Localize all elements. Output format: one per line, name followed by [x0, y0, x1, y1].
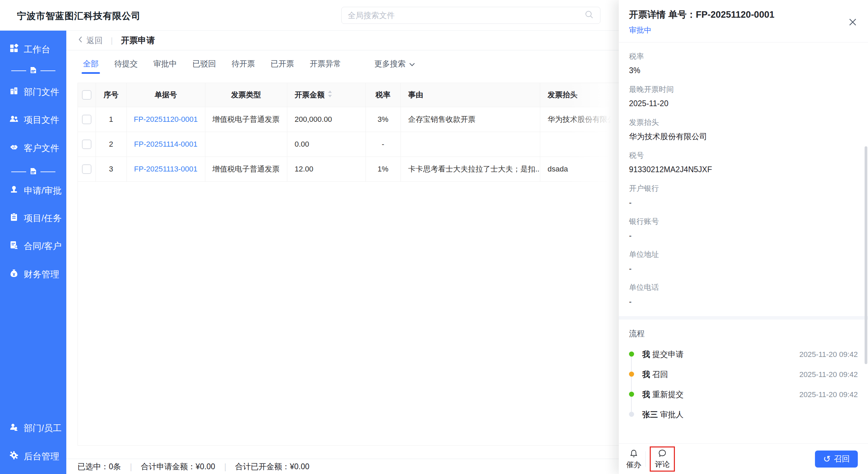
- section-divider: [619, 316, 868, 320]
- cell-amount: 200,000.00: [287, 107, 365, 132]
- breadcrumb: 返回 ｜ 开票申请: [66, 31, 619, 50]
- sidebar-item-workbench[interactable]: 工作台: [0, 39, 66, 59]
- staff-users-icon: [10, 423, 18, 434]
- contract-icon: [10, 241, 18, 252]
- timeline-step: 张三 审批人: [629, 411, 858, 431]
- panel-title: 开票详情 单号：FP-20251120-0001: [629, 9, 858, 20]
- col-header-amount[interactable]: 开票金额: [287, 83, 365, 107]
- timeline-step: 我 提交申请 2025-11-20 09:42: [629, 350, 858, 371]
- recall-button[interactable]: ↺ 召回: [815, 451, 858, 468]
- doc-no-link[interactable]: FP-20251114-0001: [134, 140, 197, 148]
- cell-invoice-title: dsada: [540, 157, 619, 181]
- company-name: 宁波市智蓝图汇科技有限公司: [17, 10, 141, 22]
- cell-no: 3: [96, 157, 126, 181]
- cell-amount: 0.00: [287, 132, 365, 157]
- sort-carets-icon[interactable]: [327, 90, 333, 100]
- search-input[interactable]: [348, 11, 584, 20]
- bell-icon: [629, 449, 638, 460]
- sidebar-item-finance[interactable]: 财务管理: [0, 264, 66, 284]
- doc-no-link[interactable]: FP-20251120-0001: [134, 115, 198, 124]
- department-files-icon: [10, 86, 18, 98]
- panel-action-bar: 催办 评论 ↺ 召回: [619, 443, 868, 474]
- panel-scrollbar[interactable]: [865, 146, 867, 364]
- field-bank-account: 银行账号 -: [629, 217, 858, 240]
- step-timestamp: 2025-11-20 09:42: [799, 391, 858, 398]
- tab-all[interactable]: 全部: [83, 59, 99, 74]
- step-status-dot: [629, 392, 634, 397]
- sidebar-item-label: 后台管理: [24, 451, 59, 462]
- sidebar-item-apply-approve[interactable]: 申请/审批: [0, 181, 66, 200]
- field-bank-name: 开户银行 -: [629, 184, 858, 207]
- filter-tabs: 全部 待提交 审批中 已驳回 待开票 已开票 开票异常 更多搜索: [66, 50, 619, 83]
- sidebar-item-project-files[interactable]: 项目文件: [0, 110, 66, 130]
- sidebar-item-label: 项目/任务: [24, 212, 62, 224]
- table-row: 3 FP-20251113-0001 增值税电子普通发票 12.00 1% 卡卡…: [78, 157, 619, 181]
- close-icon[interactable]: [848, 17, 858, 27]
- tab-to-invoice[interactable]: 待开票: [232, 59, 255, 74]
- cell-type: 增值税电子普通发票: [205, 107, 287, 132]
- col-header-doc-no[interactable]: 单据号: [126, 83, 205, 107]
- row-checkbox[interactable]: [82, 164, 91, 174]
- tab-pending-submit[interactable]: 待提交: [114, 59, 138, 74]
- panel-header: 开票详情 单号：FP-20251120-0001 审批中: [619, 0, 868, 43]
- customer-files-icon: [10, 143, 18, 154]
- sidebar-item-label: 部门/员工: [24, 422, 62, 434]
- global-search[interactable]: [341, 7, 600, 24]
- search-icon: [584, 10, 594, 21]
- row-checkbox[interactable]: [82, 115, 91, 124]
- cell-invoice-title: [540, 132, 619, 157]
- cell-type: 增值税电子普通发票: [205, 157, 287, 181]
- select-all-checkbox[interactable]: [82, 90, 91, 100]
- sidebar-item-admin[interactable]: 后台管理: [0, 446, 66, 466]
- col-header-no[interactable]: 序号: [96, 83, 126, 107]
- row-checkbox[interactable]: [82, 140, 91, 149]
- doc-no-link[interactable]: FP-20251113-0001: [134, 165, 197, 173]
- more-search-toggle[interactable]: 更多搜索: [374, 59, 415, 69]
- cell-reason: [401, 132, 540, 157]
- cell-tax: -: [365, 132, 401, 157]
- cell-no: 1: [96, 107, 126, 132]
- sidebar-item-label: 部门文件: [24, 86, 59, 98]
- table-row: 1 FP-20251120-0001 增值税电子普通发票 200,000.00 …: [78, 107, 619, 132]
- workflow-timeline: 我 提交申请 2025-11-20 09:42 我 召回 2025-11-20 …: [629, 350, 858, 431]
- tab-under-review[interactable]: 审批中: [153, 59, 177, 74]
- sidebar-item-department-files[interactable]: 部门文件: [0, 82, 66, 102]
- step-status-dot: [629, 372, 634, 377]
- action-divider: [645, 451, 646, 467]
- comment-bubble-icon: [658, 449, 667, 459]
- field-latest-invoice-date: 最晚开票时间 2025-11-20: [629, 85, 858, 108]
- timeline-step: 我 召回 2025-11-20 09:42: [629, 371, 858, 391]
- field-company-address: 单位地址 -: [629, 250, 858, 273]
- selected-count: 已选中：0条: [78, 461, 121, 472]
- task-clipboard-icon: [10, 213, 18, 224]
- comment-button-highlighted[interactable]: 评论: [650, 446, 675, 472]
- total-applied-amount: 合计申请金额：¥0.00: [141, 461, 215, 472]
- cell-tax: 1%: [365, 157, 401, 181]
- invoice-table: 序号 单据号 发票类型 开票金额 税率 事由 发票抬头: [78, 83, 619, 182]
- sidebar-item-project-task[interactable]: 项目/任务: [0, 208, 66, 228]
- sidebar-nav: 工作台 部门文件 项目文件 客户文件 申请/审批: [0, 31, 66, 474]
- urge-button[interactable]: 催办: [626, 449, 641, 469]
- recall-label: 召回: [834, 454, 850, 464]
- tab-rejected[interactable]: 已驳回: [192, 59, 216, 74]
- tab-invoiced[interactable]: 已开票: [271, 59, 294, 74]
- col-header-type[interactable]: 发票类型: [205, 83, 287, 107]
- undo-icon: ↺: [823, 455, 831, 463]
- file-doc-icon: [30, 167, 37, 176]
- total-issued-amount: 合计已开金额：¥0.00: [235, 461, 309, 472]
- workbench-grid-icon: [10, 44, 18, 55]
- sidebar-item-dept-staff[interactable]: 部门/员工: [0, 418, 66, 438]
- step-status-dot: [629, 412, 634, 417]
- chevron-down-icon: [409, 59, 415, 68]
- col-header-invoice-title[interactable]: 发票抬头: [540, 83, 619, 107]
- urge-label: 催办: [626, 461, 641, 469]
- table-header-row: 序号 单据号 发票类型 开票金额 税率 事由 发票抬头: [78, 83, 619, 107]
- cell-invoice-title: 华为技术股份有限公司: [540, 107, 619, 132]
- back-link[interactable]: 返回: [78, 35, 103, 46]
- tab-invoice-error[interactable]: 开票异常: [310, 59, 341, 74]
- col-header-reason[interactable]: 事由: [401, 83, 540, 107]
- summary-status-bar: 已选中：0条 ｜ 合计申请金额：¥0.00 ｜ 合计已开金额：¥0.00: [66, 459, 619, 474]
- col-header-tax[interactable]: 税率: [365, 83, 401, 107]
- sidebar-item-customer-files[interactable]: 客户文件: [0, 138, 66, 158]
- sidebar-item-contract-customer[interactable]: 合同/客户: [0, 236, 66, 256]
